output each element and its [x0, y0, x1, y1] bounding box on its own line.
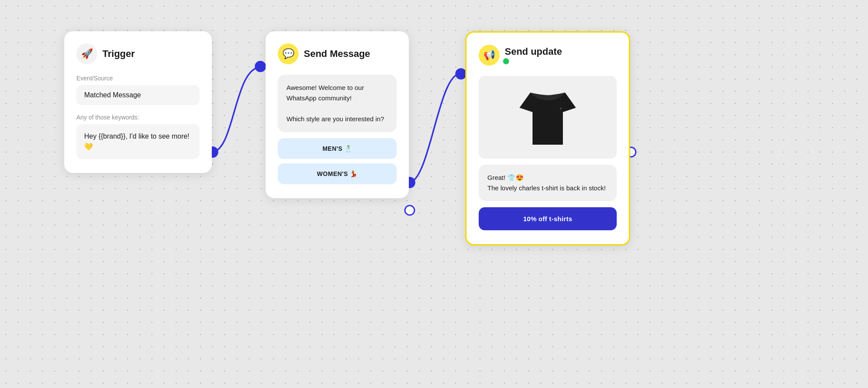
mens-choice[interactable]: MEN'S 🕺: [278, 138, 397, 159]
message-bubble: Awesome! Welcome to our WhatsApp communi…: [278, 75, 397, 132]
send-update-card: 📢 Send update ✦ Great! 👕😍The lovely char…: [465, 31, 630, 245]
keywords-value: Hey {{brand}}, I'd like to see more! 💛: [76, 124, 200, 159]
keywords-label: Any of those keywords:: [76, 114, 200, 121]
send-message-icon: 💬: [278, 43, 299, 64]
trigger-title: Trigger: [102, 48, 135, 60]
send-update-header: 📢 Send update: [479, 45, 617, 66]
product-image: ✦: [479, 76, 617, 159]
svg-point-4: [405, 206, 414, 215]
cta-button[interactable]: 10% off t-shirts: [479, 207, 617, 230]
trigger-card-header: 🚀 Trigger: [76, 43, 200, 64]
send-update-icon: 📢: [479, 45, 500, 66]
trigger-card: 🚀 Trigger Event/Source Matched Message A…: [64, 31, 212, 173]
womens-choice[interactable]: WOMEN'S 💃: [278, 163, 397, 184]
status-indicator: [503, 58, 509, 64]
svg-point-0: [255, 61, 266, 72]
canvas: 🚀 Trigger Event/Source Matched Message A…: [0, 0, 868, 388]
update-message-bubble: Great! 👕😍The lovely charles t-shirt is b…: [479, 165, 617, 201]
send-update-title: Send update: [505, 46, 562, 57]
send-message-title: Send Message: [304, 48, 370, 60]
send-message-card: 💬 Send Message Awesome! Welcome to our W…: [266, 31, 409, 198]
trigger-icon: 🚀: [76, 43, 97, 64]
event-value: Matched Message: [76, 85, 200, 105]
send-message-header: 💬 Send Message: [278, 43, 397, 64]
svg-text:✦: ✦: [559, 106, 562, 111]
event-label: Event/Source: [76, 75, 200, 82]
